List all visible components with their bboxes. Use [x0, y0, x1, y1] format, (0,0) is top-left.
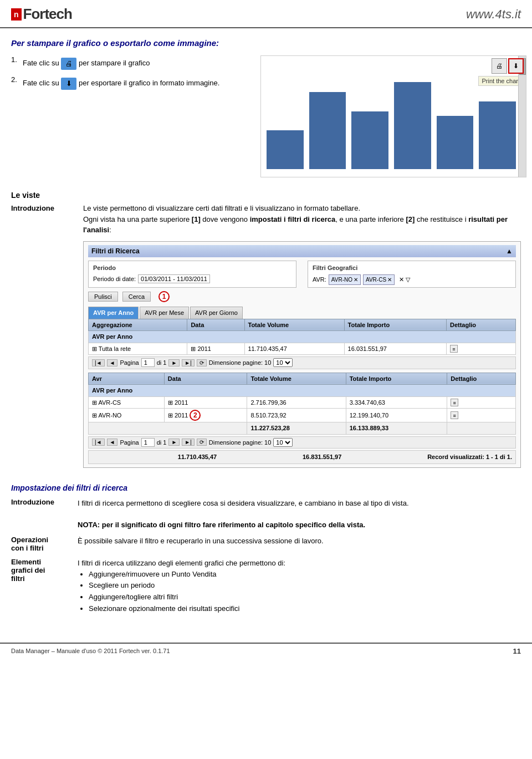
pager-first[interactable]: |◄ — [92, 359, 105, 366]
col-data: Data — [187, 319, 244, 331]
export-icon[interactable]: ⬇ — [61, 78, 76, 90]
logo-icon: n — [11, 8, 22, 21]
cell-data: ⊞ 2011 — [187, 343, 244, 355]
tab-avr-anno[interactable]: AVR per Anno — [88, 307, 139, 319]
detail-icon-cs[interactable]: ≡ — [451, 399, 458, 406]
cell-tv-cs: 2.716.799,36 — [247, 396, 346, 409]
bullet-1: Aggiungere/rimuovere un Punto Vendita — [89, 569, 521, 580]
tag-avr-cs: AVR-CS ✕ — [363, 274, 395, 285]
chart-bar-5 — [437, 116, 474, 169]
pager2-prev[interactable]: ◄ — [107, 439, 118, 446]
table-row-avrcs: ⊞ AVR-CS ⊞ 2011 2.716.799,36 3.334.740,6… — [89, 396, 516, 409]
pager-dimension-select[interactable]: 10 — [273, 358, 293, 367]
cell-det: ≡ — [446, 343, 515, 355]
step1-item: 1. Fate clic su 🖨 per stampare il grafic… — [11, 55, 255, 70]
chart-scrollbar[interactable] — [518, 56, 526, 177]
elementi-text: I filtri di ricerca utilizzano degli ele… — [78, 559, 285, 567]
pulisci-button[interactable]: Pulisci — [88, 292, 118, 302]
print-chart-btn[interactable]: 🖨 — [492, 58, 507, 74]
impostazione-intro-text: I filtri di ricerca permettono di scegli… — [78, 498, 521, 531]
col-dettaglio: Dettaglio — [446, 319, 515, 331]
le-viste-label: Le viste — [11, 191, 521, 200]
pager2-page-input[interactable] — [141, 438, 155, 447]
impostazione-heading: Impostazione dei filtri di ricerca — [11, 483, 521, 492]
pager-last[interactable]: ►| — [182, 359, 195, 366]
col-avr: Avr — [89, 373, 165, 385]
chart-icons: 🖨 ⬇ — [492, 58, 524, 74]
col-aggregazione: Aggregazione — [89, 319, 187, 331]
logo-area: n Fortech — [11, 6, 72, 23]
cell-avr-no: ⊞ AVR-NO — [89, 409, 165, 422]
step1-text: Fate clic su 🖨 per stampare il grafico — [23, 55, 150, 70]
avr-input-row: AVR: AVR-NO ✕ AVR-CS ✕ ✕ ▽ — [313, 274, 511, 285]
grand-total-volume: 11.710.435,47 — [178, 452, 217, 462]
chart-bars-area — [267, 73, 516, 169]
pager-prev[interactable]: ◄ — [107, 359, 118, 366]
introduzione-content: Le viste permettono di visualizzare cert… — [83, 203, 521, 473]
intro-para2: Ogni vista ha una parte superiore [1] do… — [83, 214, 521, 236]
introduzione-label: Introduzione — [11, 203, 72, 473]
subtotal-det — [447, 422, 516, 435]
avr-label: AVR: — [313, 275, 326, 284]
main-content: Per stampare il grafico o esportarlo com… — [0, 28, 532, 631]
table-row-avrno: ⊞ AVR-NO ⊞ 2011 2 8.510.723,92 12.199.14… — [89, 409, 516, 422]
tag-avr-cs-remove[interactable]: ✕ — [387, 276, 392, 284]
export-chart-btn[interactable]: ⬇ — [508, 58, 524, 74]
pager-refresh[interactable]: ⟳ — [197, 359, 207, 366]
pager-row-2: |◄ ◄ Pagina di 1 ► ►| ⟳ Dimensione pagin… — [88, 436, 516, 449]
le-viste-section: Le viste Introduzione Le viste permetton… — [11, 191, 521, 473]
bullet-2: Scegliere un periodo — [89, 580, 521, 592]
periodo-date-input[interactable] — [138, 274, 210, 283]
pager-row-1: |◄ ◄ Pagina di 1 ► ►| ⟳ Dimensione pagin… — [88, 356, 516, 369]
page-number: 11 — [513, 647, 521, 655]
operazioni-row: Operazionicon i filtri È possibile salva… — [11, 536, 521, 552]
filtri-geo-group: Filtri Geografici AVR: AVR-NO ✕ AVR-CS ✕ — [308, 261, 516, 288]
pager2-last[interactable]: ►| — [182, 439, 195, 446]
pager-of: di 1 — [157, 358, 167, 368]
intro-para1: Le viste permettono di visualizzare cert… — [83, 203, 521, 214]
nota-text: NOTA: per il significato di ogni filtro … — [78, 521, 365, 529]
detail-icon[interactable]: ≡ — [450, 345, 458, 353]
badge-1: 1 — [158, 291, 170, 302]
pager2-next[interactable]: ► — [168, 439, 180, 446]
detail-icon-no[interactable]: ≡ — [451, 411, 458, 419]
print-icon[interactable]: 🖨 — [61, 58, 76, 70]
le-viste-content: Introduzione Le viste permettono di visu… — [11, 203, 521, 473]
cell-data-cs: ⊞ 2011 — [164, 396, 247, 409]
pager-label: Pagina — [120, 358, 139, 368]
pager-page-input[interactable] — [141, 358, 155, 367]
filter-panel-title: Filtri di Ricerca ▲ — [88, 245, 516, 257]
pager2-refresh[interactable]: ⟳ — [197, 439, 207, 446]
tag-avr-no-remove[interactable]: ✕ — [354, 276, 358, 284]
chart-preview: 🖨 ⬇ Print the chart — [260, 55, 526, 177]
table1: Aggregazione Data Totale Volume Totale I… — [88, 319, 516, 355]
subtotal-row: 11.227.523,28 16.133.889,33 — [89, 422, 516, 435]
chart-bar-6 — [479, 101, 516, 169]
periodo-date-label: Periodo di date: — [93, 274, 136, 284]
pager-next[interactable]: ► — [168, 359, 180, 366]
tag-avr-no-text: AVR-NO — [331, 276, 352, 284]
website-url: www.4ts.it — [466, 7, 521, 22]
cell-tv-no: 8.510.723,92 — [247, 409, 346, 422]
chart-bar-4 — [394, 82, 431, 169]
step2-item: 2. Fate clic su ⬇ per esportare il grafi… — [11, 75, 255, 90]
cell-ti-no: 12.199.140,70 — [346, 409, 447, 422]
tab-avr-giorno[interactable]: AVR per Giorno — [190, 307, 243, 319]
filter-scroll-up[interactable]: ▲ — [506, 246, 513, 256]
page-header: n Fortech www.4ts.it — [0, 0, 532, 28]
cerca-button[interactable]: Cerca — [122, 292, 151, 302]
bold-1: [1] — [192, 215, 201, 223]
tabs-row: AVR per Anno AVR per Mese AVR per Giorno — [88, 307, 516, 319]
step1-number: 1. — [11, 55, 20, 64]
avr-anno-section-label-2: AVR per Anno — [89, 385, 516, 397]
section-row-2: AVR per Anno — [89, 385, 516, 397]
grand-total-importo: 16.831.551,97 — [303, 452, 341, 462]
periodo-input-row: Periodo di date: — [93, 274, 291, 284]
bullet-list: Aggiungere/rimuovere un Punto Vendita Sc… — [78, 569, 521, 615]
periodo-title: Periodo — [93, 263, 291, 273]
tab-avr-mese[interactable]: AVR per Mese — [140, 307, 189, 319]
avr-arrows[interactable]: ✕ ▽ — [399, 275, 410, 284]
pager2-dimension-select[interactable]: 10 — [273, 438, 293, 447]
step-area: 1. Fate clic su 🖨 per stampare il grafic… — [11, 55, 521, 177]
pager2-first[interactable]: |◄ — [92, 439, 105, 446]
